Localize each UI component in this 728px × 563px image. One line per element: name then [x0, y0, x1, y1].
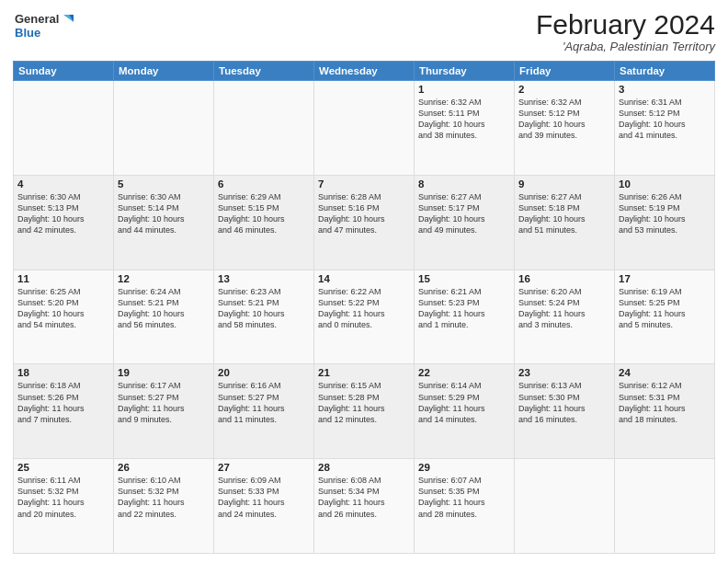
day-number: 27: [218, 462, 310, 473]
calendar-cell: 6Sunrise: 6:29 AM Sunset: 5:15 PM Daylig…: [214, 175, 314, 270]
day-info: Sunrise: 6:08 AM Sunset: 5:34 PM Dayligh…: [318, 475, 410, 520]
calendar-cell: 24Sunrise: 6:12 AM Sunset: 5:31 PM Dayli…: [615, 364, 715, 459]
day-info: Sunrise: 6:07 AM Sunset: 5:35 PM Dayligh…: [418, 475, 510, 520]
day-number: 29: [418, 462, 510, 473]
day-info: Sunrise: 6:12 AM Sunset: 5:31 PM Dayligh…: [619, 380, 711, 425]
day-info: Sunrise: 6:28 AM Sunset: 5:16 PM Dayligh…: [318, 191, 410, 236]
logo: General Blue: [13, 9, 75, 42]
col-thursday: Thursday: [415, 62, 515, 81]
day-number: 11: [17, 273, 109, 284]
subtitle: 'Aqraba, Palestinian Territory: [536, 40, 715, 53]
calendar-cell: 10Sunrise: 6:26 AM Sunset: 5:19 PM Dayli…: [615, 175, 715, 270]
col-monday: Monday: [114, 62, 214, 81]
main-title: February 2024: [536, 9, 715, 40]
day-number: 18: [17, 367, 109, 378]
calendar-cell: 11Sunrise: 6:25 AM Sunset: 5:20 PM Dayli…: [14, 270, 114, 364]
day-info: Sunrise: 6:19 AM Sunset: 5:25 PM Dayligh…: [619, 286, 711, 331]
day-number: 28: [318, 462, 410, 473]
day-number: 4: [17, 178, 109, 190]
day-info: Sunrise: 6:32 AM Sunset: 5:11 PM Dayligh…: [418, 97, 510, 142]
calendar-cell: [615, 459, 715, 554]
day-info: Sunrise: 6:18 AM Sunset: 5:26 PM Dayligh…: [17, 380, 109, 425]
day-number: 13: [218, 273, 310, 284]
day-info: Sunrise: 6:15 AM Sunset: 5:28 PM Dayligh…: [318, 380, 410, 425]
calendar-cell: 26Sunrise: 6:10 AM Sunset: 5:32 PM Dayli…: [114, 459, 214, 554]
calendar-cell: 5Sunrise: 6:30 AM Sunset: 5:14 PM Daylig…: [114, 175, 214, 270]
calendar-cell: 16Sunrise: 6:20 AM Sunset: 5:24 PM Dayli…: [515, 270, 615, 364]
day-number: 25: [17, 462, 109, 473]
calendar-week-4: 18Sunrise: 6:18 AM Sunset: 5:26 PM Dayli…: [14, 364, 715, 459]
day-number: 7: [318, 178, 410, 190]
day-number: 9: [518, 178, 610, 190]
calendar-cell: 22Sunrise: 6:14 AM Sunset: 5:29 PM Dayli…: [415, 364, 515, 459]
day-number: 16: [518, 273, 610, 284]
day-info: Sunrise: 6:16 AM Sunset: 5:27 PM Dayligh…: [218, 380, 310, 425]
calendar-cell: 20Sunrise: 6:16 AM Sunset: 5:27 PM Dayli…: [214, 364, 314, 459]
day-info: Sunrise: 6:10 AM Sunset: 5:32 PM Dayligh…: [118, 475, 210, 520]
calendar-cell: [515, 459, 615, 554]
day-info: Sunrise: 6:32 AM Sunset: 5:12 PM Dayligh…: [518, 97, 610, 142]
calendar-cell: 27Sunrise: 6:09 AM Sunset: 5:33 PM Dayli…: [214, 459, 314, 554]
calendar-cell: 15Sunrise: 6:21 AM Sunset: 5:23 PM Dayli…: [415, 270, 515, 364]
calendar-week-5: 25Sunrise: 6:11 AM Sunset: 5:32 PM Dayli…: [14, 459, 715, 554]
day-number: 12: [118, 273, 210, 284]
col-wednesday: Wednesday: [314, 62, 415, 81]
day-number: 23: [518, 367, 610, 378]
day-number: 19: [118, 367, 210, 378]
day-info: Sunrise: 6:14 AM Sunset: 5:29 PM Dayligh…: [418, 380, 510, 425]
day-info: Sunrise: 6:26 AM Sunset: 5:19 PM Dayligh…: [619, 191, 711, 236]
day-info: Sunrise: 6:30 AM Sunset: 5:14 PM Dayligh…: [118, 191, 210, 236]
calendar-cell: [14, 81, 114, 176]
calendar-cell: 13Sunrise: 6:23 AM Sunset: 5:21 PM Dayli…: [214, 270, 314, 364]
day-info: Sunrise: 6:13 AM Sunset: 5:30 PM Dayligh…: [518, 380, 610, 425]
day-info: Sunrise: 6:20 AM Sunset: 5:24 PM Dayligh…: [518, 286, 610, 331]
day-number: 20: [218, 367, 310, 378]
calendar-week-3: 11Sunrise: 6:25 AM Sunset: 5:20 PM Dayli…: [14, 270, 715, 364]
col-tuesday: Tuesday: [214, 62, 314, 81]
day-number: 17: [619, 273, 711, 284]
day-info: Sunrise: 6:23 AM Sunset: 5:21 PM Dayligh…: [218, 286, 310, 331]
col-friday: Friday: [515, 62, 615, 81]
col-sunday: Sunday: [14, 62, 114, 81]
day-number: 21: [318, 367, 410, 378]
day-info: Sunrise: 6:31 AM Sunset: 5:12 PM Dayligh…: [619, 97, 711, 142]
day-info: Sunrise: 6:17 AM Sunset: 5:27 PM Dayligh…: [118, 380, 210, 425]
day-number: 24: [619, 367, 711, 378]
day-info: Sunrise: 6:21 AM Sunset: 5:23 PM Dayligh…: [418, 286, 510, 331]
calendar-cell: 9Sunrise: 6:27 AM Sunset: 5:18 PM Daylig…: [515, 175, 615, 270]
svg-text:General: General: [15, 12, 59, 26]
calendar-week-2: 4Sunrise: 6:30 AM Sunset: 5:13 PM Daylig…: [14, 175, 715, 270]
calendar-header-row: Sunday Monday Tuesday Wednesday Thursday…: [14, 62, 715, 81]
calendar-cell: 25Sunrise: 6:11 AM Sunset: 5:32 PM Dayli…: [14, 459, 114, 554]
calendar-cell: 1Sunrise: 6:32 AM Sunset: 5:11 PM Daylig…: [415, 81, 515, 176]
day-number: 1: [418, 84, 510, 95]
day-info: Sunrise: 6:27 AM Sunset: 5:17 PM Dayligh…: [418, 191, 510, 236]
title-block: February 2024 'Aqraba, Palestinian Terri…: [536, 9, 715, 53]
day-info: Sunrise: 6:27 AM Sunset: 5:18 PM Dayligh…: [518, 191, 610, 236]
calendar-cell: 14Sunrise: 6:22 AM Sunset: 5:22 PM Dayli…: [314, 270, 415, 364]
calendar-cell: 29Sunrise: 6:07 AM Sunset: 5:35 PM Dayli…: [415, 459, 515, 554]
day-number: 3: [619, 84, 711, 95]
calendar-cell: [214, 81, 314, 176]
day-number: 26: [118, 462, 210, 473]
day-number: 22: [418, 367, 510, 378]
calendar-cell: 12Sunrise: 6:24 AM Sunset: 5:21 PM Dayli…: [114, 270, 214, 364]
calendar-cell: 4Sunrise: 6:30 AM Sunset: 5:13 PM Daylig…: [14, 175, 114, 270]
col-saturday: Saturday: [615, 62, 715, 81]
day-info: Sunrise: 6:11 AM Sunset: 5:32 PM Dayligh…: [17, 475, 109, 520]
svg-text:Blue: Blue: [15, 26, 40, 40]
logo-svg: General Blue: [13, 9, 75, 42]
calendar-cell: 19Sunrise: 6:17 AM Sunset: 5:27 PM Dayli…: [114, 364, 214, 459]
calendar-cell: [114, 81, 214, 176]
page: General Blue February 2024 'Aqraba, Pale…: [0, 0, 728, 563]
calendar-cell: 2Sunrise: 6:32 AM Sunset: 5:12 PM Daylig…: [515, 81, 615, 176]
day-info: Sunrise: 6:30 AM Sunset: 5:13 PM Dayligh…: [17, 191, 109, 236]
calendar-cell: 18Sunrise: 6:18 AM Sunset: 5:26 PM Dayli…: [14, 364, 114, 459]
day-number: 2: [518, 84, 610, 95]
calendar-week-1: 1Sunrise: 6:32 AM Sunset: 5:11 PM Daylig…: [14, 81, 715, 176]
header: General Blue February 2024 'Aqraba, Pale…: [13, 9, 715, 53]
calendar-cell: [314, 81, 415, 176]
day-info: Sunrise: 6:09 AM Sunset: 5:33 PM Dayligh…: [218, 475, 310, 520]
calendar-cell: 21Sunrise: 6:15 AM Sunset: 5:28 PM Dayli…: [314, 364, 415, 459]
calendar-cell: 3Sunrise: 6:31 AM Sunset: 5:12 PM Daylig…: [615, 81, 715, 176]
